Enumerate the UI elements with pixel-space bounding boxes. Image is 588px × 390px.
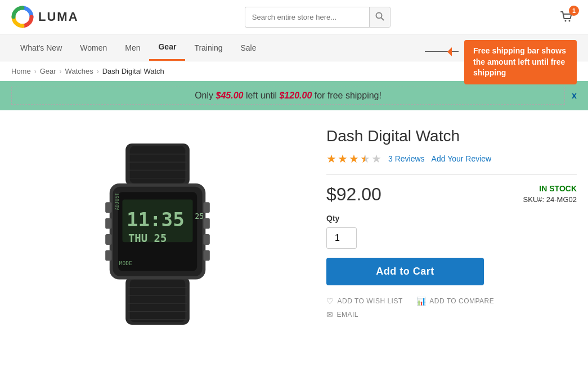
cart-badge: 1 [569, 6, 579, 16]
sku-value: 24-MG02 [546, 195, 577, 204]
shipping-close-button[interactable]: x [572, 91, 577, 101]
qty-input[interactable] [326, 227, 357, 249]
shipping-threshold: $120.00 [279, 91, 312, 100]
price-divider [326, 174, 577, 175]
sku-row: SKU#: 24-MG02 [523, 195, 577, 204]
breadcrumb-current: Dash Digital Watch [102, 67, 164, 75]
svg-rect-19 [105, 218, 111, 229]
tooltip-arrow [447, 47, 452, 56]
sku-label: SKU#: [523, 195, 545, 204]
breadcrumb-home[interactable]: Home [11, 67, 31, 75]
action-row-1: ♡ ADD TO WISH LIST 📊 ADD TO COMPARE [326, 297, 577, 306]
star-5: ★ [371, 152, 381, 165]
star-rating: ★ ★ ★ ★ ★ [326, 152, 381, 165]
breadcrumb-sep-3: › [97, 68, 99, 75]
product-image: 11:35 25 THU 25 MODE ADJUST [62, 133, 253, 335]
compare-icon: 📊 [416, 297, 427, 306]
svg-rect-8 [130, 280, 186, 322]
wishlist-label: ADD TO WISH LIST [338, 297, 403, 305]
search-input[interactable] [245, 8, 369, 26]
price-stock-row: $92.00 IN STOCK SKU#: 24-MG02 [326, 184, 577, 205]
reviews-link[interactable]: 3 Reviews [388, 154, 425, 163]
svg-point-3 [564, 20, 566, 22]
nav-gear[interactable]: Gear [149, 34, 185, 61]
main-nav: What's New Women Men Gear Training Sale … [0, 34, 588, 61]
action-row-2: ✉ EMAIL [326, 310, 577, 319]
qty-label: Qty [326, 214, 577, 223]
search-button[interactable] [369, 7, 390, 27]
product-price: $92.00 [326, 184, 381, 205]
shipping-bar: Only $45.00 left until $120.00 for free … [0, 81, 588, 110]
add-to-cart-button[interactable]: Add to Cart [326, 258, 484, 285]
svg-rect-18 [105, 202, 111, 213]
nav-men[interactable]: Men [116, 35, 149, 60]
product-title: Dash Digital Watch [326, 127, 577, 145]
compare-label: ADD TO COMPARE [429, 297, 494, 305]
shipping-prefix: Only [195, 91, 216, 100]
compare-link[interactable]: 📊 ADD TO COMPARE [416, 297, 495, 306]
svg-rect-21 [105, 250, 111, 261]
shipping-mid: left until [243, 91, 279, 100]
shipping-amount-left: $45.00 [216, 91, 244, 100]
nav-women[interactable]: Women [71, 35, 116, 60]
header: LUMA 1 [0, 0, 588, 34]
breadcrumb-sep-2: › [60, 68, 62, 75]
nav-training[interactable]: Training [185, 35, 231, 60]
svg-rect-25 [203, 250, 209, 261]
svg-rect-24 [203, 234, 209, 245]
svg-rect-23 [203, 218, 209, 229]
svg-text:ADJUST: ADJUST [114, 193, 120, 210]
tooltip-text: Free shipping bar shows the amount left … [473, 46, 566, 77]
logo-text: LUMA [38, 10, 79, 24]
shipping-suffix: for free shipping! [312, 91, 381, 100]
luma-logo-icon [11, 6, 34, 28]
nav-whats-new[interactable]: What's New [11, 35, 71, 60]
nav-sale[interactable]: Sale [231, 35, 265, 60]
action-links: ♡ ADD TO WISH LIST 📊 ADD TO COMPARE ✉ EM… [326, 297, 577, 319]
stock-status: IN STOCK [523, 184, 577, 193]
product-details: Dash Digital Watch ★ ★ ★ ★ ★ 3 Reviews A… [326, 122, 577, 347]
star-4: ★ [360, 152, 370, 165]
breadcrumb-sep-1: › [34, 68, 37, 75]
breadcrumb-gear[interactable]: Gear [40, 67, 56, 75]
svg-rect-20 [105, 234, 111, 245]
svg-text:MODE: MODE [119, 260, 132, 266]
heart-icon: ♡ [326, 297, 334, 306]
email-link[interactable]: ✉ EMAIL [326, 310, 358, 319]
tooltip-wrap: Free shipping bar shows the amount left … [464, 40, 577, 84]
logo-area[interactable]: LUMA [11, 6, 79, 28]
product-area: 11:35 25 THU 25 MODE ADJUST [0, 110, 588, 358]
breadcrumb-watches[interactable]: Watches [65, 67, 93, 75]
shipping-bar-text: Only $45.00 left until $120.00 for free … [11, 87, 565, 105]
email-label: EMAIL [337, 311, 359, 319]
star-3: ★ [349, 152, 359, 165]
svg-line-2 [381, 17, 383, 20]
wishlist-link[interactable]: ♡ ADD TO WISH LIST [326, 297, 403, 306]
svg-rect-22 [203, 202, 209, 213]
star-2: ★ [338, 152, 348, 165]
svg-point-4 [568, 20, 570, 22]
svg-text:THU 25: THU 25 [128, 232, 167, 244]
svg-text:25: 25 [195, 212, 204, 221]
search-icon [375, 12, 384, 21]
tooltip-box: Free shipping bar shows the amount left … [464, 40, 577, 84]
product-image-area: 11:35 25 THU 25 MODE ADJUST [11, 122, 304, 347]
search-area [245, 7, 390, 28]
email-icon: ✉ [326, 310, 334, 319]
rating-row: ★ ★ ★ ★ ★ 3 Reviews Add Your Review [326, 152, 577, 165]
stock-sku-area: IN STOCK SKU#: 24-MG02 [523, 184, 577, 204]
star-1: ★ [326, 152, 336, 165]
tooltip-stem [425, 51, 459, 52]
svg-text:11:35: 11:35 [127, 208, 185, 231]
cart-button[interactable]: 1 [556, 8, 577, 26]
add-review-link[interactable]: Add Your Review [432, 154, 492, 163]
